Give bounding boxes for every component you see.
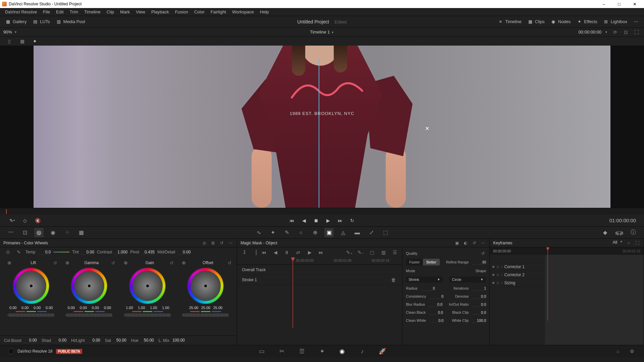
sat-value[interactable]: 50.00 [113, 338, 126, 343]
deliver-page-icon[interactable]: 🚀 [378, 348, 386, 355]
clips-button[interactable]: ▦Clips [528, 19, 545, 24]
mm-stroke-row[interactable]: Stroke 1🗑 [237, 275, 402, 285]
loop-button[interactable]: ↻ [348, 217, 356, 225]
lift-wheel[interactable] [13, 267, 50, 304]
menu-timeline[interactable]: Timeline [81, 8, 104, 16]
chevron-right-icon[interactable]: › [501, 281, 502, 285]
motion-effects-icon[interactable]: ▦ [76, 228, 86, 237]
reset-icon[interactable]: ↺ [170, 260, 173, 265]
mask-overlay-icon[interactable]: ▣ [454, 240, 460, 246]
reset-icon[interactable]: ↺ [480, 250, 486, 256]
lock-icon[interactable]: ◇ [496, 265, 499, 268]
mm-timeline-ruler[interactable]: 00:00:00:00 00:00:01:08 00:00:02:16 [237, 257, 402, 265]
play-button[interactable]: ▶ [324, 217, 332, 225]
maximize-button[interactable]: □ [612, 0, 627, 8]
info-icon[interactable]: ⓘ [629, 228, 638, 237]
track-prev-icon[interactable]: ◀ [271, 249, 279, 256]
quality-segmented[interactable]: FasterBetter [406, 259, 440, 265]
luts-button[interactable]: ▤LUTs [33, 19, 50, 24]
wheel-values[interactable]: 1.001.001.001.00 [124, 306, 171, 310]
track-last-icon[interactable]: ⏭ [317, 249, 325, 256]
track-both-icon[interactable]: ⇄ [294, 249, 302, 256]
bypass-icon[interactable]: ⟳ [611, 29, 619, 36]
cut-page-icon[interactable]: ✂ [278, 348, 286, 355]
awb-icon[interactable]: ✎ [15, 249, 23, 255]
gain-jog[interactable] [124, 313, 171, 317]
nodes-button[interactable]: ◉Nodes [551, 19, 571, 24]
menu-trim[interactable]: Trim [67, 8, 82, 16]
shape-select[interactable]: Circle▼ [449, 277, 486, 283]
stop-button[interactable]: ⏹ [312, 217, 320, 225]
color-wheels-icon[interactable]: ◎ [34, 228, 44, 237]
track-pause-icon[interactable]: ⏸ [283, 249, 291, 256]
shad-value[interactable]: 0.00 [53, 338, 66, 343]
refine-range-value[interactable]: 30 [473, 260, 486, 264]
link-icon[interactable]: ↧ [240, 249, 249, 256]
sizing-icon[interactable]: ⤢ [367, 228, 376, 237]
unmix-icon[interactable]: ◇ [21, 217, 29, 225]
track-first-icon[interactable]: ⏮ [260, 249, 268, 256]
picker-icon[interactable]: ⊕ [180, 259, 188, 266]
prev-frame-button[interactable]: ◀ [300, 217, 308, 225]
timeline-button[interactable]: ≡Timeline [498, 19, 522, 24]
menu-mark[interactable]: Mark [117, 8, 133, 16]
more-button[interactable]: ⋯ [633, 19, 639, 24]
delete-stroke-icon[interactable]: 🗑 [389, 277, 397, 283]
kf-timebar[interactable]: 00:00:00:00 00:00:02:18 [490, 247, 644, 255]
highlight-icon[interactable]: ✦ [31, 38, 39, 45]
lightbox-button[interactable]: ⊞Lightbox [603, 19, 627, 24]
show-paint-icon[interactable]: ▥ [379, 249, 387, 256]
keyframe-mode-icon[interactable]: ◆ [600, 228, 610, 237]
track-next-icon[interactable]: ▶ [306, 249, 314, 256]
fairlight-page-icon[interactable]: ♪ [358, 348, 366, 355]
kf-expand-icon[interactable]: ⛶ [634, 240, 640, 246]
wheel-values[interactable]: 0.000.000.000.00 [8, 306, 55, 310]
menu-edit[interactable]: Edit [53, 8, 66, 16]
menu-davinciresolve[interactable]: DaVinci Resolve [2, 8, 40, 16]
hilight-value[interactable]: 0.00 [87, 338, 100, 343]
lock-icon[interactable]: ◇ [496, 281, 499, 285]
menu-fusion[interactable]: Fusion [172, 8, 191, 16]
kf-circle-icon[interactable]: ○ [626, 240, 632, 246]
custom-curves-icon[interactable]: ⊡ [20, 228, 30, 237]
qualifier-icon[interactable]: ✎ [282, 228, 291, 237]
wheels-mode-icon[interactable]: ⊞ [210, 240, 216, 246]
menu-help[interactable]: Help [257, 8, 272, 16]
menu-view[interactable]: View [133, 8, 148, 16]
lock-icon[interactable]: ◇ [496, 273, 499, 277]
options-icon[interactable]: ⋯ [227, 240, 233, 246]
reset-icon[interactable]: ↺ [111, 260, 115, 265]
effects-button[interactable]: ✦Effects [577, 19, 597, 24]
menu-playback[interactable]: Playback [148, 8, 172, 16]
curves-icon[interactable]: 〰 [6, 228, 15, 237]
timeline-scrubber[interactable] [0, 208, 644, 215]
record-dot-icon[interactable] [492, 266, 494, 268]
playhead-icon[interactable] [6, 209, 7, 214]
key-icon[interactable]: ▬ [353, 228, 362, 237]
color-page-icon[interactable]: ◉ [338, 348, 346, 355]
transport-timecode[interactable]: 01:00:00:00 [609, 218, 636, 223]
zoom-dropdown[interactable]: 90%▼ [3, 29, 17, 35]
middetail-value[interactable]: 0.00 [177, 250, 191, 255]
mute-icon[interactable]: 🔇 [34, 217, 42, 225]
reset-icon[interactable]: ↺ [219, 240, 225, 246]
lift-jog[interactable] [8, 313, 55, 317]
warper-icon[interactable]: ✦ [268, 228, 277, 237]
invert-icon[interactable]: ◐ [463, 240, 469, 246]
gamma-wheel[interactable] [71, 267, 108, 304]
next-frame-button[interactable]: ⏭ [336, 217, 344, 225]
expand-icon[interactable]: ⛶ [633, 29, 641, 36]
highlight-icon[interactable]: ⊡ [622, 29, 630, 36]
viewer[interactable]: 1989 EST. BROOKLYN, NYC ✕ [0, 46, 644, 208]
media-pool-button[interactable]: ▥Media Pool [56, 19, 85, 24]
offset-wheel[interactable] [187, 267, 224, 304]
3d-icon[interactable]: ⬚ [381, 228, 390, 237]
hue-value[interactable]: 50.00 [141, 338, 154, 343]
chevron-right-icon[interactable]: › [501, 265, 502, 268]
home-icon[interactable]: ⌂ [614, 348, 622, 355]
tracker-icon[interactable]: ⊕ [310, 228, 320, 237]
split-icon[interactable]: ⎮ [252, 249, 260, 256]
first-frame-button[interactable]: ⏮ [288, 217, 296, 225]
close-button[interactable]: ✕ [627, 0, 642, 8]
picker-icon[interactable]: ⊕ [122, 259, 130, 266]
